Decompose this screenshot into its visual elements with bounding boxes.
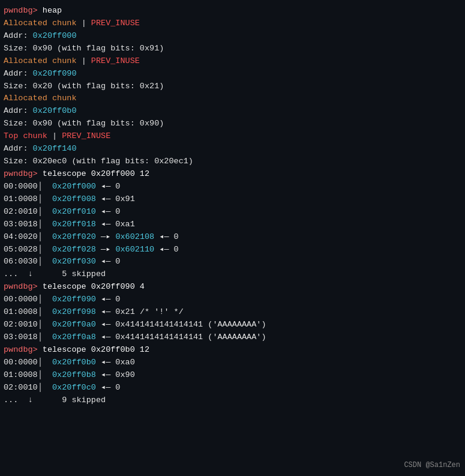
terminal-line: Allocated chunk | PREV_INUSE — [4, 55, 461, 68]
terminal-line: 04:0020│ 0x20ff020 —▸ 0x602108 ◂— 0 — [4, 231, 461, 244]
terminal-text: PREV_INUSE — [62, 130, 110, 143]
terminal-text: Size: 0x90 (with flag bits: 0x91) — [4, 43, 164, 55]
terminal-text: | — [77, 17, 91, 30]
terminal-text: ... ↓ 5 skipped — [4, 268, 106, 281]
terminal-text: 00:0000│ — [4, 357, 52, 369]
terminal-text: ◂— 0 — [96, 382, 121, 394]
terminal-text: Size: 0x20 (with flag bits: 0x21) — [4, 80, 164, 93]
terminal-line: 00:0000│ 0x20ff000 ◂— 0 — [4, 181, 461, 193]
terminal-line: pwndbg> telescope 0x20ff000 12 — [4, 168, 461, 181]
terminal-line: ... ↓ 5 skipped — [4, 268, 461, 281]
terminal-text: ◂— 0x4141414141414141 ('AAAAAAAA') — [96, 319, 266, 331]
terminal-text: 05:0028│ — [4, 244, 52, 256]
terminal-text: 0x20ff020 — [52, 231, 96, 244]
terminal-text: 0x20ff140 — [33, 143, 77, 155]
terminal-text: pwndbg> — [4, 5, 43, 17]
terminal-text: Size: 0x90 (with flag bits: 0x90) — [4, 118, 164, 130]
terminal-text: 02:0010│ — [4, 206, 52, 218]
terminal-text: ◂— 0 — [96, 256, 121, 268]
terminal-text: ◂— 0x91 — [96, 193, 135, 206]
terminal-text: Size: 0x20ec0 (with flag bits: 0x20ec1) — [4, 155, 193, 168]
terminal-text: 0x20ff000 — [52, 181, 96, 193]
terminal-line: 02:0010│ 0x20ff0a0 ◂— 0x4141414141414141… — [4, 319, 461, 331]
terminal-text: Addr: — [4, 105, 33, 118]
terminal-text: 0x20ff000 — [33, 30, 77, 43]
watermark: CSDN @Sa1nZen — [404, 460, 460, 471]
terminal-text: 0x20ff010 — [52, 206, 96, 218]
terminal-line: Size: 0x90 (with flag bits: 0x91) — [4, 43, 461, 55]
terminal-text: 0x20ff0a0 — [52, 319, 96, 331]
terminal-line: Allocated chunk — [4, 92, 461, 105]
terminal-line: 02:0010│ 0x20ff010 ◂— 0 — [4, 206, 461, 218]
terminal-text: ◂— 0 — [96, 181, 121, 193]
terminal-line: pwndbg> telescope 0x20ff090 4 — [4, 281, 461, 294]
terminal-text: pwndbg> — [4, 168, 43, 181]
terminal-text: ◂— 0xa0 — [96, 357, 135, 369]
terminal-text: Addr: — [4, 30, 33, 43]
terminal-text: ◂— 0x21 /* '!' */ — [96, 306, 184, 319]
terminal-text: 04:0020│ — [4, 231, 52, 244]
terminal-line: 03:0018│ 0x20ff018 ◂— 0xa1 — [4, 218, 461, 231]
terminal-text: ◂— 0 — [154, 231, 179, 244]
terminal-text: 02:0010│ — [4, 319, 52, 331]
terminal-text: 0x20ff008 — [52, 193, 96, 206]
terminal-text: 06:0030│ — [4, 256, 52, 268]
terminal-line: 06:0030│ 0x20ff030 ◂— 0 — [4, 256, 461, 268]
terminal-text: 03:0018│ — [4, 331, 52, 344]
terminal-text: —▸ — [96, 244, 115, 256]
terminal-text: | — [47, 130, 62, 143]
terminal-text: 0x20ff0b0 — [52, 357, 96, 369]
terminal-text: ◂— 0xa1 — [96, 218, 135, 231]
terminal-text: 0x20ff090 — [52, 294, 96, 306]
terminal-line: 01:0008│ 0x20ff098 ◂— 0x21 /* '!' */ — [4, 306, 461, 319]
terminal-text: 0x20ff0a8 — [52, 331, 96, 344]
terminal-text: Allocated chunk — [4, 17, 77, 30]
terminal-text: 0x20ff0b8 — [52, 369, 96, 382]
terminal-text: heap — [43, 5, 62, 17]
terminal-text: 0x20ff018 — [52, 218, 96, 231]
terminal-line: Size: 0x90 (with flag bits: 0x90) — [4, 118, 461, 130]
terminal-text: PREV_INUSE — [91, 17, 140, 30]
terminal-text: ◂— 0x90 — [96, 369, 135, 382]
terminal-text: Addr: — [4, 68, 33, 80]
terminal-text: telescope 0x20ff090 4 — [43, 281, 145, 294]
terminal-text: —▸ — [96, 231, 115, 244]
terminal-text: 0x20ff028 — [52, 244, 96, 256]
terminal-line: pwndbg> heap — [4, 5, 461, 17]
terminal-line: 02:0010│ 0x20ff0c0 ◂— 0 — [4, 382, 461, 394]
terminal-line: 05:0028│ 0x20ff028 —▸ 0x602110 ◂— 0 — [4, 244, 461, 256]
terminal-text: telescope 0x20ff000 12 — [43, 168, 149, 181]
terminal-text: 0x20ff098 — [52, 306, 96, 319]
terminal-line: 00:0000│ 0x20ff0b0 ◂— 0xa0 — [4, 357, 461, 369]
terminal-text: 01:0008│ — [4, 306, 52, 319]
terminal-line: ... ↓ 9 skipped — [4, 394, 461, 407]
terminal-text: telescope 0x20ff0b0 12 — [43, 344, 149, 357]
terminal-text: 00:0000│ — [4, 181, 52, 193]
terminal-text: Addr: — [4, 143, 33, 155]
terminal-text: ... ↓ 9 skipped — [4, 394, 106, 407]
terminal-line: Top chunk | PREV_INUSE — [4, 130, 461, 143]
terminal-line: 03:0018│ 0x20ff0a8 ◂— 0x4141414141414141… — [4, 331, 461, 344]
terminal-text: ◂— 0 — [96, 294, 121, 306]
terminal-text: 0x20ff0c0 — [52, 382, 96, 394]
terminal-text: PREV_INUSE — [91, 55, 140, 68]
terminal-text: 0x20ff0b0 — [33, 105, 77, 118]
terminal-line: Addr: 0x20ff000 — [4, 30, 461, 43]
terminal-text: ◂— 0x4141414141414141 ('AAAAAAAA') — [96, 331, 266, 344]
terminal-text: ◂— 0 — [96, 206, 121, 218]
terminal-text: Allocated chunk — [4, 92, 77, 105]
terminal-line: Addr: 0x20ff090 — [4, 68, 461, 80]
terminal-text: | — [77, 55, 91, 68]
terminal-text: 03:0018│ — [4, 218, 52, 231]
terminal-text: 0x20ff090 — [33, 68, 77, 80]
terminal-text: 01:0008│ — [4, 193, 52, 206]
terminal-line: 00:0000│ 0x20ff090 ◂— 0 — [4, 294, 461, 306]
terminal-line: Allocated chunk | PREV_INUSE — [4, 17, 461, 30]
terminal-text: pwndbg> — [4, 344, 43, 357]
terminal-text: Allocated chunk — [4, 55, 77, 68]
terminal-line: 01:0008│ 0x20ff008 ◂— 0x91 — [4, 193, 461, 206]
terminal-line: Addr: 0x20ff140 — [4, 143, 461, 155]
terminal-text: 02:0010│ — [4, 382, 52, 394]
terminal-text: 0x602108 — [115, 231, 154, 244]
terminal-text: 01:0008│ — [4, 369, 52, 382]
